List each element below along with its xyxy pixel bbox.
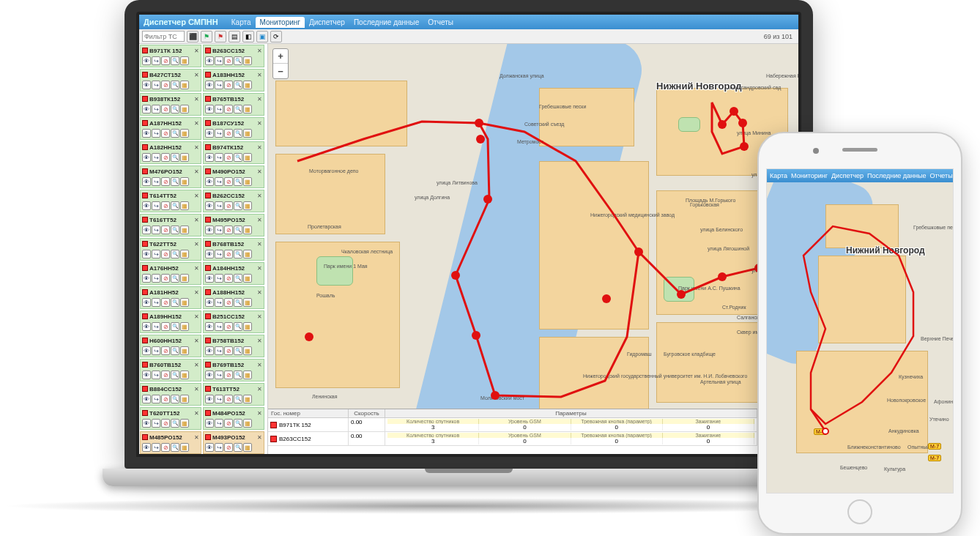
vehicle-card[interactable]: М485РО152✕ — [140, 431, 201, 454]
follow-icon[interactable] — [152, 56, 160, 65]
cancel-icon[interactable] — [161, 274, 170, 283]
cancel-icon[interactable] — [224, 81, 233, 89]
cancel-icon[interactable] — [224, 371, 233, 379]
follow-icon[interactable] — [215, 201, 223, 210]
zoom-icon[interactable] — [234, 177, 242, 186]
follow-icon[interactable] — [152, 153, 160, 162]
vehicle-card[interactable]: Т614ТТ52✕ — [140, 190, 201, 212]
vehicle-card[interactable]: М490РО152✕ — [203, 165, 264, 188]
close-icon[interactable]: ✕ — [194, 144, 199, 151]
path-icon[interactable] — [243, 177, 252, 186]
follow-icon[interactable] — [215, 81, 223, 89]
follow-icon[interactable] — [152, 177, 160, 186]
follow-icon[interactable] — [152, 395, 160, 403]
follow-icon[interactable] — [215, 105, 223, 113]
nav-tab-1[interactable]: Мониторинг — [256, 17, 305, 28]
nav-tab-4[interactable]: Отчеты — [423, 17, 458, 28]
follow-icon[interactable] — [152, 81, 160, 89]
vehicle-card[interactable]: Т616ТТ52✕ — [140, 214, 201, 237]
follow-icon[interactable] — [215, 274, 223, 283]
path-icon[interactable] — [243, 56, 252, 65]
vehicle-card[interactable]: В884СС152✕ — [140, 383, 201, 406]
visibility-icon[interactable] — [142, 443, 151, 452]
close-icon[interactable]: ✕ — [257, 168, 262, 175]
close-icon[interactable]: ✕ — [194, 193, 199, 199]
zoom-icon[interactable] — [171, 250, 179, 258]
path-icon[interactable] — [243, 371, 252, 379]
zoom-icon[interactable] — [234, 56, 242, 65]
visibility-icon[interactable] — [142, 105, 151, 113]
zoom-icon[interactable] — [234, 274, 242, 283]
filter-btn-5[interactable]: ◧ — [242, 31, 254, 42]
filter-btn-2[interactable]: ⚑ — [201, 31, 212, 42]
follow-icon[interactable] — [215, 153, 223, 162]
close-icon[interactable]: ✕ — [257, 48, 262, 54]
cancel-icon[interactable] — [224, 322, 233, 331]
cancel-icon[interactable] — [224, 250, 233, 258]
path-icon[interactable] — [243, 274, 252, 283]
visibility-icon[interactable] — [142, 419, 151, 428]
path-icon[interactable] — [180, 129, 189, 138]
path-icon[interactable] — [243, 250, 252, 258]
path-icon[interactable] — [243, 129, 252, 138]
follow-icon[interactable] — [215, 346, 223, 355]
path-icon[interactable] — [180, 105, 189, 113]
cancel-icon[interactable] — [161, 129, 170, 138]
zoom-icon[interactable] — [234, 201, 242, 210]
close-icon[interactable]: ✕ — [194, 410, 199, 417]
zoom-icon[interactable] — [171, 346, 179, 355]
visibility-icon[interactable] — [205, 153, 214, 162]
zoom-in-button[interactable]: + — [273, 49, 288, 64]
cancel-icon[interactable] — [224, 177, 233, 186]
vehicle-card[interactable]: Т622ТТ52✕ — [140, 238, 201, 261]
path-icon[interactable] — [180, 443, 189, 452]
vehicle-card[interactable]: А189НН152✕ — [140, 310, 201, 333]
zoom-icon[interactable] — [171, 322, 179, 331]
path-icon[interactable] — [180, 177, 189, 186]
path-icon[interactable] — [180, 274, 189, 283]
cancel-icon[interactable] — [224, 395, 233, 403]
zoom-out-button[interactable]: − — [273, 64, 288, 78]
visibility-icon[interactable] — [205, 371, 214, 379]
visibility-icon[interactable] — [142, 153, 151, 162]
follow-icon[interactable] — [152, 346, 160, 355]
vehicle-card[interactable]: А188НН152✕ — [203, 286, 264, 309]
follow-icon[interactable] — [152, 201, 160, 210]
zoom-icon[interactable] — [234, 129, 242, 138]
zoom-icon[interactable] — [171, 419, 179, 428]
follow-icon[interactable] — [152, 274, 160, 283]
phone-home-button[interactable] — [847, 499, 872, 524]
zoom-icon[interactable] — [171, 56, 179, 65]
path-icon[interactable] — [180, 226, 189, 234]
path-icon[interactable] — [243, 322, 252, 331]
cancel-icon[interactable] — [224, 226, 233, 234]
follow-icon[interactable] — [215, 419, 223, 428]
vehicle-card[interactable]: В974ТК152✕ — [203, 141, 264, 164]
phone-tab-2[interactable]: Диспетчер — [831, 172, 864, 179]
visibility-icon[interactable] — [205, 177, 214, 186]
zoom-icon[interactable] — [234, 105, 242, 113]
close-icon[interactable]: ✕ — [257, 265, 262, 272]
close-icon[interactable]: ✕ — [257, 241, 262, 247]
follow-icon[interactable] — [152, 226, 160, 234]
vehicle-card[interactable]: В251СС152✕ — [203, 310, 264, 333]
follow-icon[interactable] — [215, 322, 223, 331]
cancel-icon[interactable] — [161, 371, 170, 379]
cancel-icon[interactable] — [161, 346, 170, 355]
visibility-icon[interactable] — [142, 395, 151, 403]
visibility-icon[interactable] — [142, 346, 151, 355]
filter-btn-1[interactable]: ⬛ — [187, 31, 198, 42]
cancel-icon[interactable] — [161, 56, 170, 65]
cancel-icon[interactable] — [161, 226, 170, 234]
path-icon[interactable] — [243, 226, 252, 234]
vehicle-card[interactable]: А182НН152✕ — [140, 141, 201, 164]
zoom-icon[interactable] — [171, 298, 179, 307]
map-viewport[interactable]: Нижний НовгородМетромостМолитовский мост… — [268, 44, 798, 409]
zoom-icon[interactable] — [171, 226, 179, 234]
follow-icon[interactable] — [152, 419, 160, 428]
table-row[interactable]: В263СС152 0.00 Количество спутниковУрове… — [268, 432, 798, 446]
close-icon[interactable]: ✕ — [257, 362, 262, 368]
close-icon[interactable]: ✕ — [257, 72, 262, 78]
vehicle-card[interactable]: М495РО152✕ — [203, 214, 264, 237]
path-icon[interactable] — [243, 153, 252, 162]
